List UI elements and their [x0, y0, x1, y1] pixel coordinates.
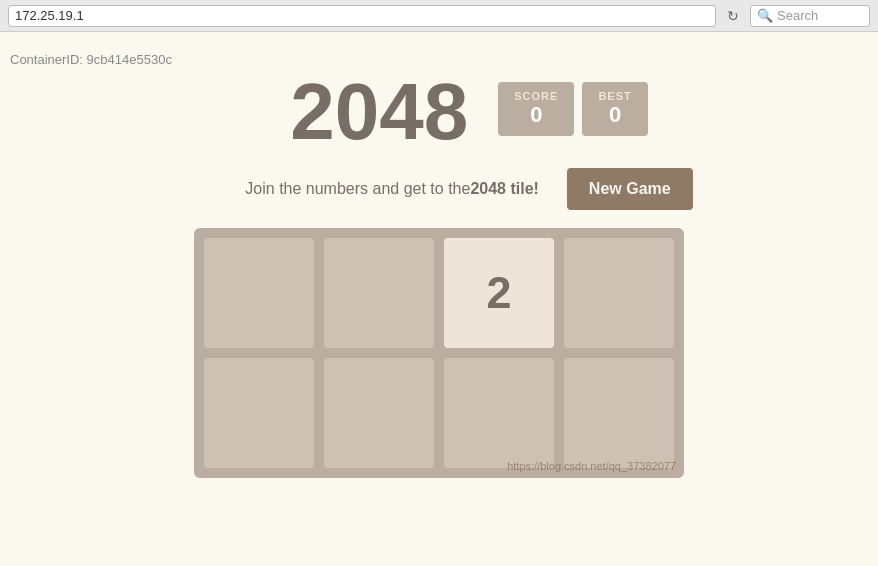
search-icon: 🔍: [757, 8, 773, 23]
score-label: SCORE: [514, 90, 558, 102]
address-text: 172.25.19.1: [15, 8, 84, 23]
tile-0-2: 2: [444, 238, 554, 348]
best-label: BEST: [598, 90, 631, 102]
refresh-button[interactable]: ↻: [722, 5, 744, 27]
watermark: https://blog.csdn.net/qq_37382077: [507, 460, 676, 472]
tile-1-2: [444, 358, 554, 468]
tile-0-3: [564, 238, 674, 348]
tile-0-1: [324, 238, 434, 348]
game-header: 2048 SCORE 0 BEST 0: [0, 52, 878, 152]
best-box: BEST 0: [582, 82, 647, 136]
browser-bar: 172.25.19.1 ↻ 🔍 Search: [0, 0, 878, 32]
tile-1-1: [324, 358, 434, 468]
score-box: SCORE 0: [498, 82, 574, 136]
game-board-wrapper: 2 https://blog.csdn.net/qq_37382077: [0, 228, 878, 478]
scores-container: SCORE 0 BEST 0: [498, 82, 647, 136]
game-board: 2 https://blog.csdn.net/qq_37382077: [194, 228, 684, 478]
search-bar[interactable]: 🔍 Search: [750, 5, 870, 27]
search-placeholder-text: Search: [777, 8, 818, 23]
main-content: ContainerID: 9cb414e5530c 2048 SCORE 0 B…: [0, 32, 878, 498]
subtitle-pre: Join the numbers and get to the: [245, 180, 470, 198]
tile-0-0: [204, 238, 314, 348]
tile-1-0: [204, 358, 314, 468]
address-bar[interactable]: 172.25.19.1: [8, 5, 716, 27]
game-title: 2048: [290, 72, 468, 152]
score-value: 0: [514, 102, 558, 128]
best-value: 0: [598, 102, 631, 128]
new-game-button[interactable]: New Game: [567, 168, 693, 210]
subtitle-highlight: 2048 tile!: [470, 180, 538, 198]
subtitle-row: Join the numbers and get to the 2048 til…: [60, 168, 878, 210]
refresh-icon: ↻: [727, 8, 739, 24]
tile-1-3: [564, 358, 674, 468]
